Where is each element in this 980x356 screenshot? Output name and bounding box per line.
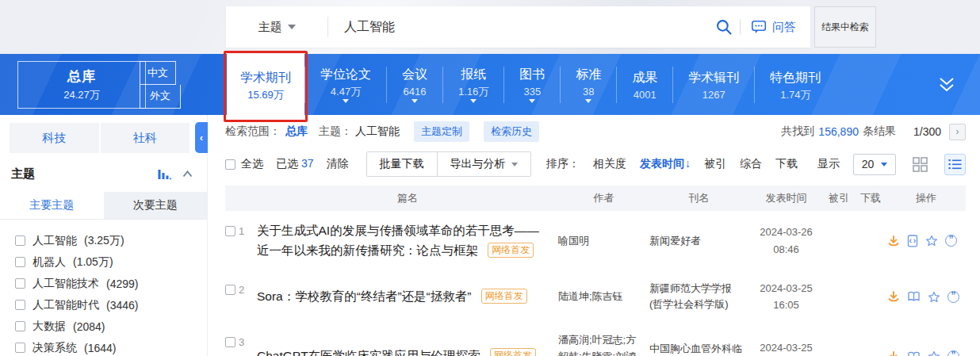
topic-item[interactable]: 决策系统(1644): [15, 337, 207, 356]
tab-science-tech[interactable]: 科技: [10, 123, 99, 153]
clear-selection-button[interactable]: 清除: [327, 157, 349, 171]
next-page-button[interactable]: ›: [949, 124, 966, 140]
sort-relevance[interactable]: 相关度: [593, 157, 626, 171]
zongku-count: 24.27万: [63, 88, 100, 102]
grid-view-button[interactable]: [909, 154, 931, 175]
cite-button[interactable]: ”: [947, 291, 959, 303]
search-icon: [716, 19, 733, 36]
search-box: 主题: [226, 6, 810, 48]
favorite-button[interactable]: [928, 291, 940, 303]
tab-conferences[interactable]: 会议 6416: [387, 54, 442, 115]
sort-downloads[interactable]: 下载: [775, 157, 798, 171]
chevron-up-icon[interactable]: [182, 170, 193, 178]
tab-standards[interactable]: 标准 38: [561, 54, 616, 115]
online-first-badge: 网络首发: [490, 348, 536, 356]
authors-link[interactable]: 喻国明: [558, 233, 649, 249]
row-checkbox[interactable]: [225, 285, 235, 295]
tab-social-science[interactable]: 社科: [101, 123, 190, 153]
topic-item[interactable]: 大数据(2084): [15, 316, 207, 337]
star-icon: [928, 291, 940, 303]
tab-achievements[interactable]: 成果 4001: [617, 54, 672, 115]
zongku-label: 总库: [67, 67, 96, 86]
journal-link[interactable]: 新闻爱好者: [649, 233, 748, 249]
journal-link[interactable]: 中国胸心血管外科临床杂志: [649, 341, 748, 356]
cite-button[interactable]: ”: [947, 350, 959, 356]
results-toolbar: 全选 已选37 清除 批量下载 导出与分析 排序： 相关度 发表时间↓: [225, 148, 966, 180]
tab-books[interactable]: 图书 335: [504, 54, 560, 115]
list-view-icon: [948, 159, 962, 170]
favorite-button[interactable]: [928, 350, 940, 356]
quote-icon: ”: [945, 235, 957, 247]
search-field-label: 主题: [258, 20, 282, 35]
chevron-down-icon: [881, 163, 887, 167]
publish-datetime: 2024-03-26 08:46: [748, 224, 824, 258]
topic-checkbox[interactable]: [15, 278, 25, 289]
topic-section-title: 主题: [11, 167, 35, 182]
download-button[interactable]: [887, 235, 900, 247]
search-within-results-button[interactable]: 结果中检索: [814, 6, 876, 48]
subtab-secondary-topics[interactable]: 次要主题: [104, 192, 208, 219]
page-size-select[interactable]: 20: [853, 154, 896, 175]
search-history-button[interactable]: 检索历史: [484, 121, 539, 142]
search-button[interactable]: [708, 19, 740, 36]
tab-academic-series[interactable]: 学术辑刊 1267: [673, 54, 754, 115]
sort-comprehensive[interactable]: 综合: [740, 157, 762, 171]
results-table-header: 篇名 作者 刊名 发表时间 被引 下载 操作: [225, 186, 966, 211]
tab-dissertations[interactable]: 学位论文 4.47万: [305, 54, 386, 115]
tab-special-journals[interactable]: 特色期刊 1.74万: [755, 54, 836, 115]
topic-checkbox[interactable]: [15, 257, 25, 267]
list-view-button[interactable]: [944, 154, 966, 175]
authors-link[interactable]: 潘高润;叶冠志;方韶韩;朱晓雷;刘鸿鸣: [558, 332, 649, 356]
search-field-selector[interactable]: 主题: [226, 20, 327, 35]
row-checkbox[interactable]: [225, 226, 235, 236]
topic-checkbox[interactable]: [15, 235, 25, 246]
chevron-left-icon: ‹: [200, 132, 203, 144]
topic-item[interactable]: 人工智能技术(4299): [15, 273, 207, 294]
row-checkbox[interactable]: [225, 337, 235, 347]
qa-button[interactable]: 问答: [741, 20, 810, 35]
html-page-icon: [907, 235, 918, 247]
sort-cited[interactable]: 被引: [704, 157, 726, 171]
download-button[interactable]: [887, 290, 900, 303]
book-icon: [907, 351, 921, 356]
expand-more-button[interactable]: [937, 77, 956, 92]
article-title-link[interactable]: ChatGPT在医学临床实践应用与伦理探索: [257, 349, 480, 356]
qa-label: 问答: [772, 20, 796, 35]
read-online-button[interactable]: [907, 291, 921, 302]
favorite-button[interactable]: [925, 235, 938, 247]
bar-chart-icon[interactable]: [158, 169, 171, 180]
download-button[interactable]: [887, 350, 900, 356]
topic-checkbox[interactable]: [15, 300, 25, 310]
publish-datetime: 2024-03-25 16:05: [748, 280, 824, 314]
chevron-right-icon: ›: [956, 126, 959, 137]
topic-item[interactable]: 人工智能(3.25万): [15, 230, 207, 251]
topic-customize-button[interactable]: 主题定制: [414, 121, 469, 142]
authors-link[interactable]: 陆道坤;陈吉钰: [558, 289, 649, 304]
lang-tab-foreign[interactable]: 外文: [140, 85, 181, 109]
article-title-link[interactable]: Sora：学校教育的“终结者”还是“拯救者”: [257, 289, 471, 303]
topic-item[interactable]: 人工智能时代(3446): [15, 294, 207, 316]
search-input[interactable]: [328, 20, 708, 34]
sidebar-collapse-button[interactable]: ‹: [195, 122, 208, 153]
subtab-primary-topics[interactable]: 主要主题: [0, 192, 104, 219]
zongku-tab[interactable]: 总库 24.27万: [17, 61, 146, 109]
topic-checkbox[interactable]: [15, 343, 25, 353]
chevron-down-icon: [529, 99, 535, 103]
html-read-button[interactable]: [907, 235, 918, 247]
export-analyze-button[interactable]: 导出与分析: [437, 152, 530, 176]
online-first-badge: 网络首发: [481, 289, 527, 304]
select-all-checkbox[interactable]: [225, 159, 235, 170]
cite-button[interactable]: ”: [945, 235, 957, 247]
scope-zongku-link[interactable]: 总库: [285, 124, 308, 139]
tab-newspapers[interactable]: 报纸 1.16万: [443, 54, 503, 115]
sort-publish-time[interactable]: 发表时间↓: [640, 157, 691, 171]
read-online-button[interactable]: [907, 351, 921, 356]
download-icon: [887, 290, 900, 303]
batch-download-button[interactable]: 批量下载: [367, 152, 437, 176]
journal-link[interactable]: 新疆师范大学学报(哲学社会科学版): [649, 281, 748, 312]
tab-academic-journals[interactable]: 学术期刊 15.69万: [227, 54, 304, 115]
topic-item[interactable]: 机器人(1.05万): [15, 251, 207, 273]
topic-checkbox[interactable]: [15, 321, 25, 331]
select-all-label[interactable]: 全选: [241, 157, 263, 171]
lang-tab-chinese[interactable]: 中文: [140, 61, 176, 85]
